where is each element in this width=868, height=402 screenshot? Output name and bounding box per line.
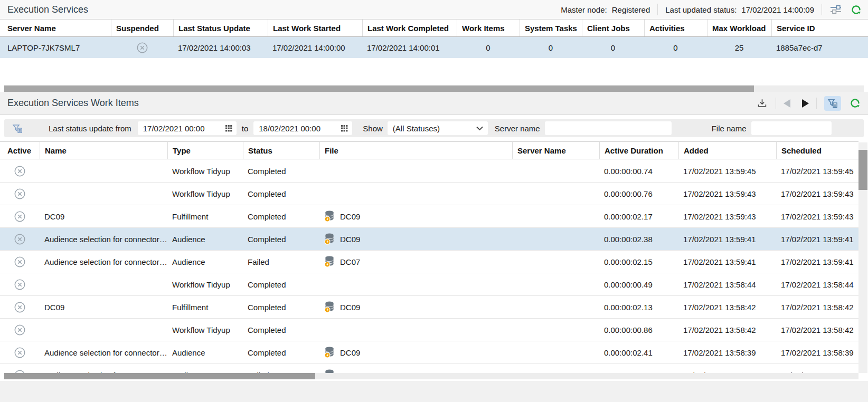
col-work-items[interactable]: Work Items <box>457 20 520 36</box>
circle-x-icon[interactable] <box>14 369 26 374</box>
master-node-label: Master node: <box>561 5 607 14</box>
circle-x-icon[interactable] <box>14 165 26 177</box>
file-name-input[interactable] <box>751 121 832 135</box>
col-status[interactable]: Status <box>243 142 319 159</box>
calendar-grid-icon[interactable] <box>341 125 348 132</box>
col-max-workload[interactable]: Max Workload <box>707 20 771 36</box>
servers-horizontal-scrollbar[interactable] <box>4 85 864 92</box>
circle-x-icon[interactable] <box>14 188 26 200</box>
circle-x-icon[interactable] <box>14 256 26 268</box>
type-cell: Workflow Tidyup <box>167 273 243 295</box>
circle-x-icon[interactable] <box>14 347 26 359</box>
prev-icon[interactable] <box>784 99 790 108</box>
file-cell: DC09 <box>319 341 512 363</box>
col-last-status-update[interactable]: Last Status Update <box>173 20 268 36</box>
col-active-duration[interactable]: Active Duration <box>599 142 678 159</box>
server-row[interactable]: LAPTOP-7JK7SML7 17/02/2021 14:00:03 17/0… <box>0 37 868 58</box>
refresh-icon[interactable] <box>851 4 862 15</box>
work-item-row[interactable]: Workflow Tidyup Completed 0.00:00:00 <box>0 273 858 296</box>
status-cell: Completed <box>243 205 319 227</box>
circle-x-icon[interactable] <box>136 42 148 54</box>
filter-list-toggle-button[interactable] <box>824 96 841 111</box>
circle-x-icon[interactable] <box>14 301 26 313</box>
file-cell: DC09 <box>319 228 512 250</box>
scheduled-cell: 17/02/2021 13:58:44 <box>776 273 858 295</box>
server-name-cell <box>512 273 599 295</box>
name-cell: Audience selection for connector… <box>40 364 167 373</box>
refresh-icon[interactable] <box>850 98 861 109</box>
active-cell <box>0 251 40 273</box>
chevron-down-icon <box>476 126 483 131</box>
circle-x-icon[interactable] <box>14 279 26 291</box>
col-added[interactable]: Added <box>678 142 776 159</box>
col-file[interactable]: File <box>319 142 512 159</box>
date-from-input[interactable]: 17/02/2021 00:00 <box>138 121 237 135</box>
server-name-label: Server name <box>495 124 540 133</box>
col-server-name[interactable]: Server Name <box>0 20 111 36</box>
col-activities[interactable]: Activities <box>644 20 707 36</box>
col-active[interactable]: Active <box>0 142 40 159</box>
settings-sliders-icon[interactable] <box>829 4 842 15</box>
work-item-row[interactable]: Audience selection for connector… Audien… <box>0 228 858 251</box>
scheduled-cell: 17/02/2021 13:59:41 <box>776 228 858 250</box>
work-item-row[interactable]: Audience selection for connector… Audien… <box>0 364 858 373</box>
active-cell <box>0 273 40 295</box>
circle-x-icon[interactable] <box>14 233 26 245</box>
next-icon[interactable] <box>802 99 809 108</box>
col-last-work-completed[interactable]: Last Work Completed <box>362 20 457 36</box>
work-item-row[interactable]: DC09 Fulfillment Completed DC09 0 <box>0 205 858 228</box>
col-client-jobs[interactable]: Client Jobs <box>582 20 644 36</box>
status-cell: Completed <box>243 183 319 205</box>
divider <box>776 98 776 109</box>
work-item-row[interactable]: Audience selection for connector… Audien… <box>0 251 858 273</box>
work-item-row[interactable]: Audience selection for connector… Audien… <box>0 341 858 364</box>
last-status-update-from-label: Last status update from <box>49 124 131 133</box>
calendar-grid-icon[interactable] <box>225 125 232 132</box>
server-name-input[interactable] <box>545 121 672 135</box>
active-duration-cell: 0.00:00:00.76 <box>599 183 678 205</box>
scrollbar-thumb[interactable] <box>4 85 754 92</box>
col-system-tasks[interactable]: System Tasks <box>520 20 582 36</box>
circle-x-icon[interactable] <box>14 324 26 336</box>
scrollbar-thumb[interactable] <box>4 373 315 379</box>
added-cell: 17/02/2021 13:59:43 <box>678 205 776 227</box>
col-last-work-started[interactable]: Last Work Started <box>268 20 362 36</box>
status-cell: Completed <box>243 160 319 182</box>
scheduled-cell: 17/02/2021 13:58:42 <box>776 296 858 318</box>
server-name-cell <box>512 296 599 318</box>
work-items-horizontal-scrollbar[interactable] <box>4 373 858 379</box>
work-item-row[interactable]: DC09 Fulfillment Completed DC09 0 <box>0 296 858 319</box>
added-cell: 17/02/2021 13:58:42 <box>678 296 776 318</box>
added-cell: 17/02/2021 13:59:45 <box>678 160 776 182</box>
status-dropdown[interactable]: (All Statuses) <box>388 121 488 135</box>
file-cell: DC07 <box>319 364 512 373</box>
show-label: Show <box>363 124 383 133</box>
active-cell <box>0 341 40 363</box>
download-icon[interactable] <box>756 98 768 109</box>
active-cell <box>0 296 40 318</box>
work-items-vertical-scrollbar[interactable] <box>858 142 867 373</box>
col-scheduled[interactable]: Scheduled <box>776 142 858 159</box>
col-suspended[interactable]: Suspended <box>111 20 173 36</box>
work-item-row[interactable]: Workflow Tidyup Completed 0.00:00:00 <box>0 183 858 205</box>
max-workload-cell: 25 <box>707 37 771 58</box>
col-server-name[interactable]: Server Name <box>512 142 599 159</box>
name-cell: DC09 <box>40 205 167 227</box>
scrollbar-thumb[interactable] <box>858 150 867 190</box>
work-item-row[interactable]: Workflow Tidyup Completed 0.00:00:00 <box>0 160 858 183</box>
status-cell: Completed <box>243 273 319 295</box>
last-work-started-cell: 17/02/2021 14:00:00 <box>268 37 362 58</box>
topbar: Execution Services Master node: Register… <box>0 0 868 19</box>
service-id-cell: 1885a7ec-d7 <box>771 37 868 58</box>
system-tasks-cell: 0 <box>520 37 582 58</box>
name-cell: Audience selection for connector… <box>40 228 167 250</box>
circle-x-icon[interactable] <box>14 210 26 223</box>
work-item-row[interactable]: Workflow Tidyup Completed 0.00:00:00 <box>0 319 858 341</box>
server-name-cell <box>512 160 599 182</box>
server-name-cell <box>512 341 599 363</box>
col-type[interactable]: Type <box>167 142 243 159</box>
date-to-input[interactable]: 18/02/2021 00:00 <box>253 121 352 135</box>
col-name[interactable]: Name <box>40 142 167 159</box>
col-service-id[interactable]: Service ID <box>771 20 868 36</box>
file-cell <box>319 273 512 295</box>
